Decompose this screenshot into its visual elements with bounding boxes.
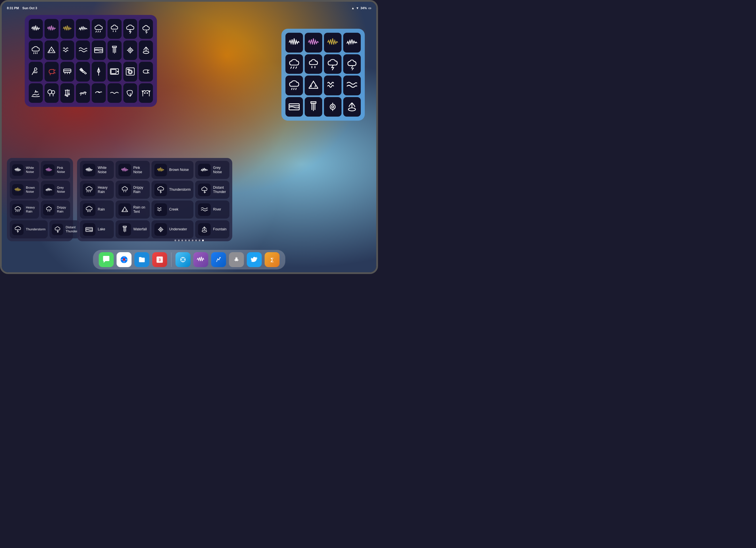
app-waterfall-1[interactable] — [108, 41, 122, 60]
app-island-1[interactable] — [29, 83, 43, 103]
list-grey-noise[interactable]: Grey Noise — [41, 181, 70, 199]
bf-lake[interactable] — [285, 97, 303, 117]
dot-4[interactable] — [185, 240, 187, 241]
bf-rain[interactable] — [285, 76, 303, 95]
dock-messages[interactable] — [99, 252, 114, 267]
bf-distant-thunder[interactable] — [343, 54, 361, 74]
svg-point-85 — [332, 106, 334, 108]
dock-fantastical[interactable]: 3 — [152, 252, 167, 267]
lg-rain[interactable]: Rain — [80, 201, 114, 219]
bf-creek[interactable] — [324, 76, 341, 95]
dock-files[interactable] — [134, 252, 149, 267]
dock-soulver[interactable]: ∑ — [264, 252, 279, 267]
bf-rain-tent[interactable] — [305, 76, 322, 95]
app-thunder-1[interactable] — [123, 19, 137, 39]
app-river-1[interactable] — [76, 41, 90, 60]
bf-pink-noise[interactable] — [305, 33, 322, 53]
list-brown-noise[interactable]: Brown Noise — [10, 181, 39, 199]
app-grey-noise-1[interactable] — [76, 19, 90, 39]
list-white-noise[interactable]: White Noise — [10, 161, 39, 179]
app-white-noise-1[interactable] — [29, 19, 43, 39]
dock-safari[interactable] — [116, 252, 131, 267]
dot-2[interactable] — [178, 240, 180, 241]
app-heavy-rain-1[interactable] — [92, 19, 106, 39]
app-fountain-1[interactable] — [139, 41, 153, 60]
lg-thunderstorm[interactable]: Thunderstorm — [151, 181, 194, 199]
app-creek-1[interactable] — [60, 41, 74, 60]
dot-1[interactable] — [174, 240, 176, 241]
bf-grey-noise[interactable] — [343, 33, 361, 53]
bf-underwater[interactable] — [324, 97, 341, 117]
svg-point-112 — [159, 228, 162, 231]
app-underwater-1[interactable] — [123, 41, 137, 60]
svg-line-76 — [311, 85, 312, 87]
app-rain-tent-1[interactable] — [45, 41, 59, 60]
dock-darkroom[interactable] — [193, 252, 208, 267]
app-seagull-1[interactable] — [108, 83, 122, 103]
app-rain-1[interactable] — [29, 41, 43, 60]
svg-line-100 — [87, 211, 88, 212]
app-trees-1[interactable] — [45, 83, 59, 103]
dock-instruments[interactable] — [175, 252, 190, 267]
app-shower-1[interactable] — [29, 62, 43, 82]
app-leaf-1[interactable] — [123, 83, 137, 103]
app-hairdryer-1[interactable] — [45, 62, 59, 82]
dot-5[interactable] — [188, 240, 190, 241]
bf-waterfall[interactable] — [305, 97, 322, 117]
small-list-widget: White Noise Pink Noise Brown Noise Gr — [7, 158, 73, 241]
battery: 34% — [360, 6, 367, 10]
list-thunderstorm[interactable]: Thunderstorm — [10, 220, 48, 239]
app-brown-noise-1[interactable] — [60, 19, 74, 39]
app-fan-1[interactable] — [76, 62, 90, 82]
dot-8[interactable] — [199, 240, 200, 241]
lg-pink-noise[interactable]: Pink Noise — [116, 161, 150, 179]
bf-drip-rain[interactable] — [305, 54, 322, 74]
dot-9[interactable] — [202, 240, 204, 241]
list-distant-thunder[interactable]: Distant Thunder — [49, 220, 80, 239]
bf-river[interactable] — [343, 76, 361, 95]
dock-settings[interactable] — [229, 252, 244, 267]
lg-brown-noise[interactable]: Brown Noise — [151, 161, 194, 179]
app-cricket-1[interactable] — [76, 83, 90, 103]
dot-7[interactable] — [195, 240, 197, 241]
list-pink-noise[interactable]: Pink Noise — [41, 161, 70, 179]
lg-white-noise[interactable]: White Noise — [80, 161, 114, 179]
lg-dr-label: Drippy Rain — [133, 186, 147, 194]
app-lake-1[interactable] — [92, 41, 106, 60]
bf-fountain[interactable] — [343, 97, 361, 117]
lg-creek[interactable]: Creek — [151, 201, 194, 219]
dot-6[interactable] — [192, 240, 193, 241]
dot-3[interactable] — [181, 240, 183, 241]
app-pink-noise-1[interactable] — [45, 19, 59, 39]
dock-testflight[interactable] — [211, 252, 226, 267]
dock-twitter[interactable] — [247, 252, 262, 267]
lg-rain-on-tent[interactable]: Rain on Tent — [116, 201, 150, 219]
app-spire-1[interactable] — [92, 62, 106, 82]
app-ac-1[interactable] — [60, 62, 74, 82]
bf-white-noise[interactable] — [285, 33, 303, 53]
app-washer-1[interactable] — [123, 62, 137, 82]
lg-drippy-rain[interactable]: Drippy Rain — [116, 181, 150, 199]
app-cat-1[interactable] — [139, 83, 153, 103]
bf-heavy-rain[interactable] — [285, 54, 303, 74]
lg-lake[interactable]: Lake — [80, 220, 114, 239]
app-distant-thunder-1[interactable] — [139, 19, 153, 39]
svg-line-97 — [90, 191, 91, 192]
list-heavy-rain[interactable]: Heavy Rain — [10, 201, 39, 219]
lg-distant-thunder[interactable]: Distant Thunder — [195, 181, 229, 199]
app-bird-1[interactable] — [92, 83, 106, 103]
app-drip-rain-1[interactable] — [108, 19, 122, 39]
lg-waterfall[interactable]: Waterfall — [116, 220, 150, 239]
lg-grey-noise[interactable]: Grey Noise — [195, 161, 229, 179]
list-drippy-rain[interactable]: Drippy Rain — [41, 201, 70, 219]
lg-underwater[interactable]: Underwater — [151, 220, 194, 239]
lg-river[interactable]: River — [195, 201, 229, 219]
lg-fountain[interactable]: Fountain — [195, 220, 229, 239]
bf-thunder[interactable] — [324, 54, 341, 74]
app-windchime-1[interactable] — [60, 83, 74, 103]
bf-brown-noise[interactable] — [324, 33, 341, 53]
lg-heavy-rain[interactable]: Heavy Rain — [80, 181, 114, 199]
lg-uw-label: Underwater — [169, 227, 187, 231]
app-microwave-1[interactable] — [108, 62, 122, 82]
app-blowdryer-1[interactable] — [139, 62, 153, 82]
